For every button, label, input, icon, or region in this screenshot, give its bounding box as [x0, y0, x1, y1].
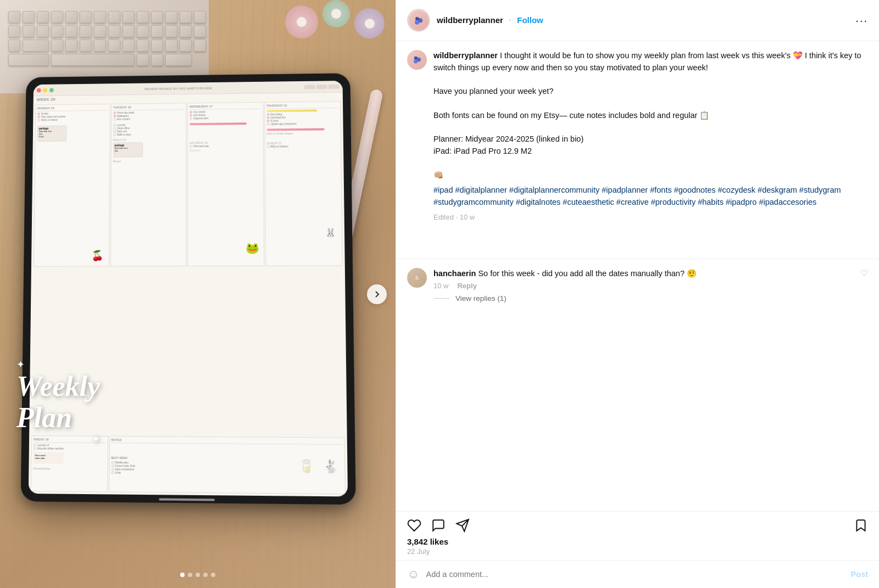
key [94, 11, 106, 23]
task-check [111, 468, 114, 471]
saturday-label: SATURDAY 20 [190, 141, 261, 144]
slide-dots [180, 573, 215, 577]
day-header: MONDAY 15 [37, 106, 108, 111]
key [80, 40, 92, 52]
slide-dot-1[interactable] [180, 573, 185, 577]
key [165, 40, 177, 52]
likes-count: 3,842 likes [396, 535, 879, 547]
task-check [266, 113, 269, 116]
key [65, 25, 77, 37]
note-item2: Zac [115, 149, 141, 152]
bunny-sticker: 🐰 [325, 227, 336, 238]
washi-tape-area [285, 0, 385, 33]
task-check [266, 123, 269, 126]
emoji-icon[interactable]: ☺ [407, 567, 419, 581]
caption-line4: Planner: Midyear 2024-2025 (linked in bi… [433, 135, 583, 143]
planner-top-buttons [304, 84, 340, 89]
caption-area: 🫐 wildberryplanner I thought it would be… [396, 41, 879, 259]
key [137, 11, 149, 23]
played-theme: Played theme [33, 467, 105, 471]
key [151, 40, 163, 52]
planner-task: Update app comparison [266, 122, 338, 125]
planner-day-thursday: THURSDAY 12 Etsy listing Download doc IG… [264, 101, 343, 266]
task-check [113, 130, 116, 133]
key [180, 40, 192, 52]
task-check [190, 114, 192, 117]
task-check [111, 464, 114, 467]
next-arrow[interactable] [367, 284, 387, 304]
view-replies: View replies (1) [433, 294, 868, 303]
comment-avatar[interactable]: h [407, 268, 427, 288]
comment-content: hanchaerin So for this week - did you ad… [433, 268, 854, 289]
max-dot [49, 88, 54, 92]
avatar-inner: 🫐 [409, 11, 428, 30]
package-box: package New litter box Zac Food [37, 125, 108, 142]
slide-dot-3[interactable] [196, 573, 200, 577]
share-button[interactable] [455, 518, 470, 533]
caption-avatar[interactable]: 🫐 [407, 50, 427, 70]
bunny-cup-sticker: 🐇 [323, 460, 338, 474]
key [137, 25, 149, 37]
header-username[interactable]: wildberryplanner [437, 15, 503, 25]
key [194, 25, 206, 37]
comment-row: h hanchaerin So for this week - did you … [407, 268, 868, 289]
key [137, 40, 149, 52]
comment-heart-icon[interactable]: ♡ [860, 268, 868, 289]
avatar[interactable]: 🫐 [407, 9, 430, 32]
key [123, 11, 135, 23]
key [151, 25, 163, 37]
planner-task-sat: Hair wash day [190, 144, 262, 148]
key [37, 25, 49, 37]
caption-username[interactable]: wildberryplanner [433, 51, 498, 60]
key [123, 40, 135, 52]
chevron-right-icon [372, 290, 381, 299]
washi-roll-3 [354, 8, 385, 38]
caption-line2: Have you planned your week yet? [433, 87, 553, 96]
key [8, 40, 20, 52]
how-to-note: How to create shapes [266, 131, 338, 135]
slide-dot-5[interactable] [211, 573, 215, 577]
header-info: wildberryplanner · Follow [437, 15, 855, 25]
reply-button[interactable]: Reply [457, 282, 476, 290]
comment-body: So for this week - did you add all the d… [478, 269, 697, 278]
notes-header: NOTES [111, 438, 342, 445]
post-panel: 🫐 wildberryplanner · Follow ··· 🫐 wildbe… [396, 0, 879, 588]
tuesday-tasks: Laundry Clean office Pack cod Walk ie st… [113, 123, 184, 136]
key [94, 40, 106, 52]
bookmark-button[interactable] [854, 518, 868, 533]
key [108, 25, 120, 37]
follow-button[interactable]: Follow [517, 15, 543, 25]
more-options-button[interactable]: ··· [855, 14, 868, 27]
task-check [113, 127, 116, 130]
view-replies-button[interactable]: View replies (1) [455, 294, 507, 303]
planner-task: Film content [113, 117, 184, 121]
cherry-sticker: 🍒 [91, 250, 103, 262]
key [151, 54, 163, 66]
comment-button[interactable] [431, 518, 446, 533]
like-button[interactable] [407, 518, 421, 533]
mouse-note: Mouse [113, 159, 184, 163]
washi-center [331, 9, 341, 19]
edited-info: Edited · 10 w [433, 212, 868, 223]
task-check [111, 471, 114, 474]
bunny-cup-area: 🐇 [323, 460, 338, 474]
btn [329, 84, 340, 88]
key [180, 11, 192, 23]
comment-username[interactable]: hanchaerin [433, 269, 476, 278]
caption-row: 🫐 wildberryplanner I thought it would be… [407, 50, 868, 222]
ipad-home-bar [159, 498, 215, 501]
key [23, 40, 49, 52]
plan-text: Plan [16, 402, 72, 433]
slide-dot-4[interactable] [203, 573, 208, 577]
close-dot [37, 88, 41, 92]
action-icons [407, 518, 854, 533]
comment-input[interactable] [426, 570, 844, 579]
post-comment-button[interactable]: Post [851, 570, 868, 579]
planner-title: REVIEW FINANCE MY LIFE HABITS REVIEW [144, 86, 212, 90]
comment-meta: 10 w Reply [433, 282, 854, 290]
slide-dot-2[interactable] [188, 573, 192, 577]
key [165, 11, 177, 23]
planner-task: Organise plan [190, 116, 261, 120]
post-header: 🫐 wildberryplanner · Follow ··· [396, 0, 879, 41]
key [23, 25, 35, 37]
